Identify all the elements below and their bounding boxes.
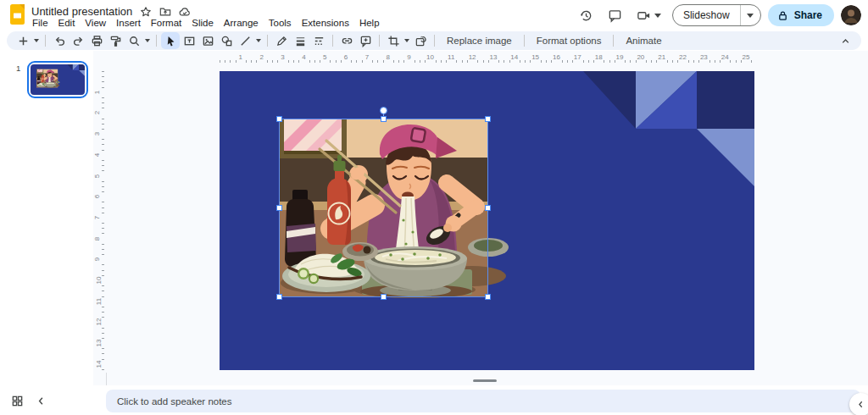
slides-logo-icon[interactable] xyxy=(9,3,26,26)
insert-line-button[interactable] xyxy=(236,32,254,49)
selection-handle-nw[interactable] xyxy=(276,116,282,122)
crop-button[interactable] xyxy=(384,32,403,49)
border-color-button[interactable] xyxy=(272,32,291,49)
expand-panel-button[interactable] xyxy=(849,393,868,415)
selection-handle-w[interactable] xyxy=(276,205,282,211)
print-icon xyxy=(91,35,103,47)
slideshow-options-button[interactable] xyxy=(740,5,760,25)
print-button[interactable] xyxy=(87,32,106,49)
menu-file[interactable]: File xyxy=(27,17,53,29)
crop-caret[interactable] xyxy=(403,32,411,49)
collapse-toolbar-button[interactable] xyxy=(836,32,854,49)
toolbar: Replace image Format options Animate xyxy=(7,31,861,50)
ruler-vertical: 1234567891011121314 xyxy=(94,51,105,385)
border-dash-button[interactable] xyxy=(309,32,328,49)
join-call-button[interactable] xyxy=(633,4,665,26)
selection-box[interactable] xyxy=(279,119,488,297)
paint-format-button[interactable] xyxy=(106,32,125,49)
join-call-caret-icon xyxy=(654,14,661,18)
version-history-button[interactable] xyxy=(576,4,598,26)
insert-link-button[interactable] xyxy=(337,32,356,49)
insert-link-icon xyxy=(341,35,353,47)
avatar-photo xyxy=(841,5,861,25)
replace-image-button[interactable]: Replace image xyxy=(439,36,520,46)
collapse-toolbar-icon xyxy=(839,35,852,47)
paint-format-icon xyxy=(109,35,122,47)
undo-icon xyxy=(53,35,66,47)
menu-arrange[interactable]: Arrange xyxy=(219,17,264,29)
border-weight-button[interactable] xyxy=(291,32,309,49)
new-slide-button[interactable] xyxy=(14,32,32,49)
comments-icon xyxy=(608,8,622,23)
menu-view[interactable]: View xyxy=(80,17,111,29)
ruler-horizontal: 1234567891011121314151617181920212223242… xyxy=(93,53,868,64)
menu-slide[interactable]: Slide xyxy=(186,17,219,29)
format-options-button[interactable]: Format options xyxy=(529,36,609,46)
insert-image-button[interactable] xyxy=(198,32,217,49)
slide-number: 1 xyxy=(16,64,20,73)
move-folder-icon[interactable] xyxy=(159,6,171,18)
new-slide-icon xyxy=(17,35,30,47)
selection-handle-se[interactable] xyxy=(485,294,491,300)
animate-button[interactable]: Animate xyxy=(618,36,669,46)
undo-button[interactable] xyxy=(50,32,69,49)
selection-handle-n[interactable] xyxy=(381,116,387,122)
mask-image-icon xyxy=(415,35,427,47)
add-comment-icon xyxy=(359,35,372,47)
slide-thumbnail[interactable] xyxy=(27,61,88,98)
border-weight-icon xyxy=(294,35,307,47)
insert-shape-button[interactable] xyxy=(217,32,236,49)
border-dash-icon xyxy=(313,35,326,47)
insert-image-icon xyxy=(202,35,214,47)
select-tool-button[interactable] xyxy=(161,32,180,49)
menu-format[interactable]: Format xyxy=(146,17,186,29)
slideshow-button[interactable]: Slideshow xyxy=(673,5,740,25)
menu-edit[interactable]: Edit xyxy=(53,17,81,29)
caret-down-icon xyxy=(747,14,754,18)
speaker-notes-placeholder: Click to add speaker notes xyxy=(117,396,232,407)
document-title[interactable]: Untitled presentation xyxy=(31,5,132,18)
version-history-icon xyxy=(579,8,593,23)
grid-view-icon xyxy=(11,395,24,407)
cloud-saved-icon[interactable] xyxy=(179,6,191,18)
share-label: Share xyxy=(794,9,822,21)
avatar[interactable] xyxy=(841,5,861,25)
mask-image-button[interactable] xyxy=(411,32,430,49)
header: Untitled presentation FileEditViewInsert… xyxy=(0,0,868,29)
selection-handle-sw[interactable] xyxy=(276,294,282,300)
chevron-left-icon xyxy=(35,395,47,407)
star-icon[interactable] xyxy=(140,6,152,18)
menu-help[interactable]: Help xyxy=(354,17,385,29)
rotation-handle[interactable] xyxy=(380,107,387,114)
join-call-icon xyxy=(637,8,651,23)
open-comments-button[interactable] xyxy=(604,4,626,26)
redo-button[interactable] xyxy=(69,32,87,49)
collapse-filmstrip-button[interactable] xyxy=(31,391,50,410)
zoom-button[interactable] xyxy=(125,32,143,49)
speaker-notes-input[interactable]: Click to add speaker notes xyxy=(106,390,860,412)
crop-icon xyxy=(387,35,400,47)
panel-divider xyxy=(106,373,107,385)
insert-line-caret[interactable] xyxy=(254,32,263,49)
share-button[interactable]: Share xyxy=(768,4,834,26)
chevron-left-small-icon xyxy=(855,399,866,410)
canvas-area: 1234567891011121314151617181920212223242… xyxy=(93,51,868,385)
insert-line-icon xyxy=(239,35,252,47)
new-slide-caret[interactable] xyxy=(32,32,41,49)
selection-handle-e[interactable] xyxy=(485,205,491,211)
selection-handle-s[interactable] xyxy=(381,294,387,300)
menu-tools[interactable]: Tools xyxy=(264,17,297,29)
selection-handle-ne[interactable] xyxy=(485,116,491,122)
grid-view-button[interactable] xyxy=(8,391,26,410)
text-box-button[interactable] xyxy=(180,32,198,49)
add-comment-button[interactable] xyxy=(356,32,375,49)
horizontal-scrollbar[interactable] xyxy=(473,379,497,382)
menu-insert[interactable]: Insert xyxy=(111,17,146,29)
slideshow-label: Slideshow xyxy=(683,9,730,21)
slide-thumbnail-preview xyxy=(31,64,85,95)
zoom-caret[interactable] xyxy=(143,32,152,49)
slideshow-button-group: Slideshow xyxy=(672,4,761,26)
menu-extensions[interactable]: Extensions xyxy=(297,17,354,29)
lock-icon xyxy=(777,10,788,21)
select-cursor-icon xyxy=(164,35,177,47)
